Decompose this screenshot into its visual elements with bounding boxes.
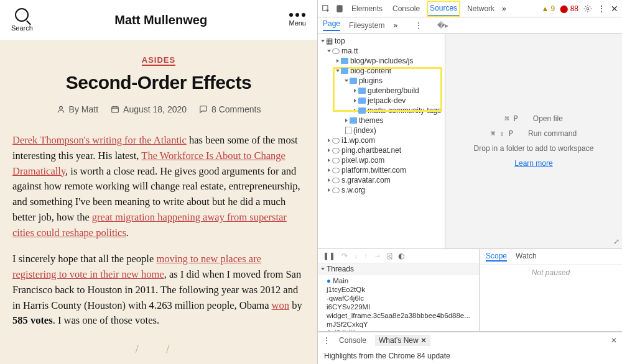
tab-elements[interactable]: Elements	[349, 2, 385, 16]
drawer-tab-whatsnew[interactable]: What's New ✕	[375, 335, 430, 346]
tree-item[interactable]: ping.chartbeat.net	[341, 146, 401, 155]
step-into-icon[interactable]: ↓	[354, 252, 358, 260]
menu-button[interactable]: Menu	[289, 13, 306, 27]
subtab-kebab-icon[interactable]: ⋮	[415, 21, 422, 30]
threads-header[interactable]: Threads	[318, 263, 479, 275]
search-icon	[15, 8, 29, 22]
tree-item[interactable]: matts-community-tags	[368, 106, 441, 115]
thread-list: ● Main j1tcyEo2tQk -qwafC4j6lc i6CYSv229…	[318, 275, 479, 331]
file-icon	[345, 127, 351, 134]
step-over-icon[interactable]: ↷	[341, 252, 348, 260]
step-icon[interactable]: →	[374, 252, 381, 260]
kbd-shortcut: ⌘ P	[504, 114, 518, 123]
thread-item[interactable]: widget_iframe.3c5aa8e2a38bbbee4b6d88e...	[327, 311, 479, 320]
article: ASIDES Second-Order Effects By Matt Augu…	[0, 40, 317, 364]
cloud-icon	[332, 158, 340, 163]
tree-item[interactable]: i1.wp.com	[341, 136, 375, 145]
calendar-icon	[111, 105, 119, 114]
subtab-page[interactable]: Page	[323, 19, 340, 31]
paragraph: Derek Thompson's writing for the Atlanti…	[12, 133, 305, 240]
body-link[interactable]: won	[272, 299, 289, 311]
date-meta[interactable]: August 18, 2020	[111, 104, 187, 114]
tree-item[interactable]: top	[335, 37, 345, 45]
kebab-icon[interactable]: ⋮	[597, 4, 606, 14]
svg-rect-3	[337, 5, 342, 12]
site-header: Search Matt Mullenweg Menu	[0, 0, 317, 40]
file-tree[interactable]: ▦top ma.tt blog/wp-includes/js blog-cont…	[318, 34, 445, 248]
deactivate-bp-icon[interactable]: ⍃	[388, 252, 392, 260]
close-devtools-icon[interactable]: ✕	[611, 4, 618, 14]
folder-icon	[341, 58, 348, 64]
not-paused-text: Not paused	[480, 265, 622, 281]
thread-item[interactable]: Ayl34hIK	[327, 329, 479, 331]
article-title: Second-Order Effects	[12, 72, 305, 93]
body-link[interactable]: Derek Thompson's writing for the Atlanti…	[12, 134, 187, 146]
tree-item[interactable]: jetpack-dev	[368, 96, 406, 105]
folder-icon	[350, 117, 357, 124]
tree-item[interactable]: blog/wp-includes/js	[350, 57, 413, 65]
devtools-pane: Elements Console Sources Network » ▲ 9 ⬤…	[317, 0, 622, 364]
thread-item[interactable]: ● Main	[327, 276, 479, 285]
tree-item[interactable]: plugins	[359, 76, 383, 85]
device-icon[interactable]	[335, 4, 344, 13]
warning-count[interactable]: ▲ 9	[541, 4, 555, 13]
pause-exceptions-icon[interactable]: ◐	[398, 252, 404, 260]
highlights-text: Highlights from the Chrome 84 update	[318, 348, 622, 364]
info-drop-text: Drop in a folder to add to workspace	[474, 144, 594, 153]
info-label: Open file	[533, 114, 563, 123]
tree-item[interactable]: s.gravatar.com	[341, 176, 391, 184]
svg-point-0	[59, 106, 62, 109]
category-link[interactable]: ASIDES	[142, 55, 175, 66]
tree-item[interactable]: pixel.wp.com	[341, 156, 384, 165]
tab-sources[interactable]: Sources	[427, 1, 460, 16]
folder-icon	[358, 107, 366, 114]
thread-item[interactable]: j1tcyEo2tQk	[327, 285, 479, 294]
tab-console[interactable]: Console	[390, 2, 422, 16]
article-meta: By Matt August 18, 2020 8 Comments	[12, 104, 305, 114]
tree-item[interactable]: ma.tt	[341, 47, 358, 55]
learn-more-link[interactable]: Learn more	[514, 159, 552, 168]
comments-text: 8 Comments	[211, 104, 261, 114]
author-meta[interactable]: By Matt	[57, 104, 98, 114]
thread-item[interactable]: mJSf2CxkqY	[327, 320, 479, 329]
pause-icon[interactable]: ❚❚	[323, 252, 335, 260]
thread-item[interactable]: i6CYSv229MI	[327, 303, 479, 311]
site-title[interactable]: Matt Mullenweg	[114, 13, 207, 27]
more-subtabs-icon[interactable]: »	[393, 21, 397, 30]
sources-subtabs: Page Filesystem » ⋮ �▸	[318, 17, 622, 34]
svg-point-4	[587, 7, 589, 10]
more-tabs-icon[interactable]: »	[502, 4, 506, 13]
cloud-icon	[332, 178, 340, 183]
tree-item[interactable]: (index)	[353, 126, 376, 135]
tab-scope[interactable]: Scope	[486, 252, 507, 262]
paragraph: I sincerely hope that all the people mov…	[12, 252, 305, 329]
devtools-main-tabs: Elements Console Sources Network » ▲ 9 ⬤…	[318, 0, 622, 17]
drawer-kebab-icon[interactable]: ⋮	[323, 336, 330, 345]
tab-watch[interactable]: Watch	[516, 252, 537, 262]
tab-network[interactable]: Network	[465, 2, 497, 16]
menu-label: Menu	[289, 19, 306, 27]
toggle-nav-icon[interactable]: �▸	[437, 21, 448, 30]
folder-icon	[341, 68, 348, 74]
drawer-tabs: ⋮ Console What's New ✕ ✕	[318, 332, 622, 348]
inspect-icon[interactable]	[322, 4, 330, 13]
settings-icon[interactable]	[583, 4, 592, 13]
tree-item[interactable]: platform.twitter.com	[341, 166, 406, 175]
drawer-close-icon[interactable]: ✕	[611, 336, 617, 345]
debugger-panel: ❚❚ ↷ ↓ ↑ → ⍃ ◐ Threads ● Main j1tcyEo2tQ…	[318, 248, 622, 332]
thread-item[interactable]: -qwafC4j6lc	[327, 294, 479, 303]
tree-item[interactable]: s.w.org	[341, 186, 365, 194]
subtab-filesystem[interactable]: Filesystem	[349, 21, 384, 30]
tree-item[interactable]: themes	[359, 116, 383, 125]
comments-meta[interactable]: 8 Comments	[199, 104, 261, 114]
error-count[interactable]: ⬤ 88	[560, 4, 578, 13]
article-body: Derek Thompson's writing for the Atlanti…	[12, 133, 305, 358]
drawer-tab-console[interactable]: Console	[339, 336, 366, 345]
step-out-icon[interactable]: ↑	[364, 252, 368, 260]
search-button[interactable]: Search	[11, 8, 33, 32]
tree-item[interactable]: gutenberg/build	[368, 86, 419, 95]
expand-icon[interactable]: ⤢	[613, 237, 620, 246]
website-pane: Search Matt Mullenweg Menu ASIDES Second…	[0, 0, 317, 364]
menu-icon	[289, 13, 305, 17]
tree-item[interactable]: blog-content	[350, 66, 391, 75]
